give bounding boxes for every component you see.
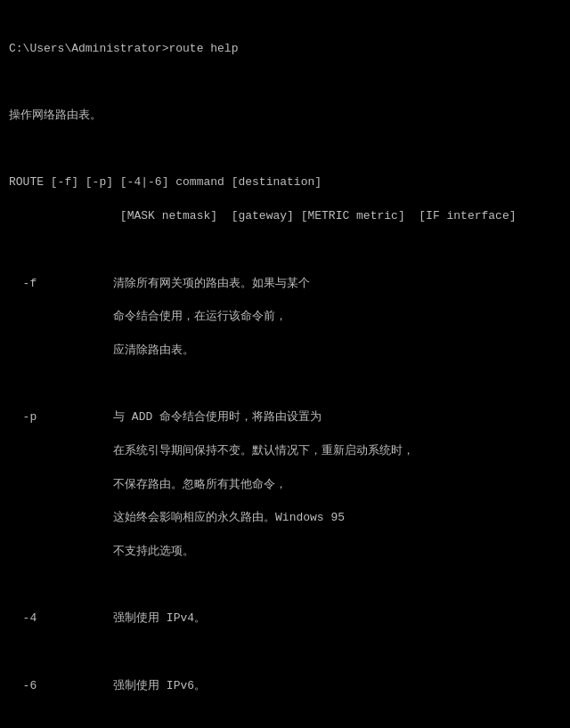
terminal-line: 不保存路由。忽略所有其他命令， <box>9 477 561 494</box>
terminal-output: 操作网络路由表。 ROUTE [-f] [-p] [-4|-6] command… <box>9 74 561 728</box>
terminal-line <box>9 376 561 393</box>
terminal-line <box>9 242 561 259</box>
terminal-line: ROUTE [-f] [-p] [-4|-6] command [destina… <box>9 174 561 191</box>
terminal-line: -p 与 ADD 命令结合使用时，将路由设置为 <box>9 409 561 426</box>
terminal-line: -6 强制使用 IPv6。 <box>9 678 561 695</box>
terminal-line: 命令结合使用，在运行该命令前， <box>9 309 561 326</box>
terminal-line: -4 强制使用 IPv4。 <box>9 611 561 627</box>
terminal-line: 不支持此选项。 <box>9 544 561 561</box>
terminal-line <box>9 644 561 661</box>
terminal-line: 这始终会影响相应的永久路由。Windows 95 <box>9 510 561 527</box>
terminal-line: 应清除路由表。 <box>9 343 561 360</box>
terminal-line <box>9 711 561 728</box>
terminal-line: 操作网络路由表。 <box>9 108 561 125</box>
terminal-line: -f 清除所有网关项的路由表。如果与某个 <box>9 276 561 293</box>
terminal-line: [MASK netmask] [gateway] [METRIC metric]… <box>9 208 561 225</box>
terminal-line: 在系统引导期间保持不变。默认情况下，重新启动系统时， <box>9 443 561 460</box>
terminal-window: C:\Users\Administrator>route help <box>9 7 561 74</box>
command-prompt: C:\Users\Administrator>route help <box>9 41 561 58</box>
terminal-line <box>9 74 561 91</box>
terminal-line <box>9 578 561 595</box>
terminal-line <box>9 142 561 158</box>
